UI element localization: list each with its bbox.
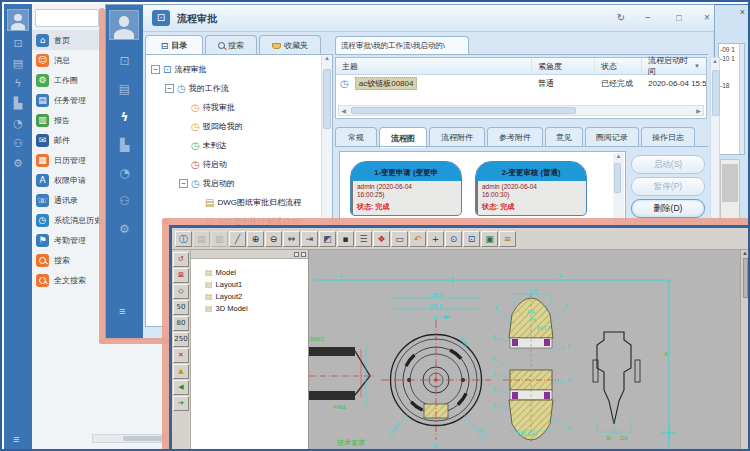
vertical-scrollbar[interactable] bbox=[720, 159, 740, 221]
tree-node-started-by-me[interactable]: ◷我启动的 bbox=[146, 174, 332, 193]
linetype-icon[interactable]: ☰ bbox=[355, 231, 372, 247]
people-icon[interactable]: ⚇ bbox=[4, 138, 32, 150]
rotate-window-icon[interactable]: ⊠ bbox=[173, 268, 189, 283]
flow-node-1[interactable]: 1-变更申请 (变更申 admin (2020-06-0416:00:25) 状… bbox=[350, 161, 462, 216]
prev-view-icon[interactable]: ◀ bbox=[173, 380, 189, 395]
pan-icon[interactable]: + bbox=[427, 231, 444, 247]
zoom-realtime-icon[interactable]: ⊙ bbox=[445, 231, 462, 247]
tree-node-rejected[interactable]: ◷驳回给我的 bbox=[146, 117, 332, 136]
gear-icon[interactable]: ⚙ bbox=[106, 223, 143, 236]
collapse-icon[interactable] bbox=[165, 84, 174, 93]
zoom-window-icon[interactable]: ⊡ bbox=[463, 231, 480, 247]
tab-favorites[interactable]: 收藏夹 bbox=[259, 35, 321, 55]
monitor-icon[interactable]: ⊡ bbox=[106, 55, 143, 68]
menu-toggle-icon[interactable]: ≡ bbox=[13, 433, 19, 445]
collapse-icon[interactable] bbox=[151, 65, 160, 74]
tree-node-to-start[interactable]: ◷待启动 bbox=[146, 155, 332, 174]
background-icon[interactable]: ▭ bbox=[391, 231, 408, 247]
tree-node-not-arrived[interactable]: ◷未到达 bbox=[146, 136, 332, 155]
panel-header[interactable] bbox=[191, 250, 308, 259]
monitor-icon[interactable]: ⊡ bbox=[4, 38, 32, 50]
pie-chart-icon[interactable]: ◔ bbox=[106, 167, 143, 180]
delete-button[interactable]: 删除(D) bbox=[631, 199, 705, 218]
pause-button[interactable]: 暂停(P) bbox=[631, 177, 705, 196]
bar-chart-icon[interactable]: ▙ bbox=[106, 139, 143, 152]
tab-reference-attachments[interactable]: 参考附件 bbox=[487, 127, 543, 147]
tab-opinions[interactable]: 意见 bbox=[545, 127, 583, 147]
layout-item-layout1[interactable]: ▤Layout1 bbox=[205, 278, 308, 290]
documents-icon[interactable]: ▤ bbox=[4, 58, 32, 70]
open-icon[interactable]: ▤ bbox=[193, 231, 210, 247]
sort-icon[interactable]: ▼ bbox=[694, 63, 700, 69]
close-view-icon[interactable]: ✕ bbox=[173, 348, 189, 363]
start-button[interactable]: 启动(S) bbox=[631, 155, 705, 174]
titlebar[interactable]: ⊡ 流程审批 ↻ − □ × bbox=[143, 5, 714, 32]
panel-minimize-icon[interactable] bbox=[294, 252, 299, 257]
table-header[interactable]: 主题 紧急度 状态 流程启动时间 ▼ bbox=[336, 58, 706, 75]
tab-review-records[interactable]: 圈阅记录 bbox=[585, 127, 639, 147]
info-icon[interactable]: ⓘ bbox=[175, 231, 192, 247]
vertical-scrollbar[interactable]: ▲ bbox=[740, 250, 749, 450]
window-d-list[interactable]: -09 1 -10 1 -18 bbox=[718, 43, 745, 155]
color-icon[interactable]: ❖ bbox=[373, 231, 390, 247]
tree-node-root[interactable]: ⊡流程审批 bbox=[146, 60, 332, 79]
tab-operation-log[interactable]: 操作日志 bbox=[641, 127, 695, 147]
zoom-in-icon[interactable]: ⊕ bbox=[247, 231, 264, 247]
avatar[interactable] bbox=[7, 9, 29, 31]
menu-search-input[interactable] bbox=[35, 9, 99, 27]
zoom-250-icon[interactable]: 250 bbox=[173, 332, 189, 347]
avatar[interactable] bbox=[109, 10, 139, 40]
line-chart-icon[interactable]: ϟ bbox=[106, 111, 143, 124]
image-icon[interactable]: ▣ bbox=[481, 231, 498, 247]
tree-node-pending-approval[interactable]: ◷待我审批 bbox=[146, 98, 332, 117]
flow-node-2[interactable]: 2-变更审核 (普通) admin (2020-06-0416:00:30) 状… bbox=[475, 161, 587, 216]
pie-chart-icon[interactable]: ◔ bbox=[4, 118, 32, 130]
gear-icon[interactable]: ⚙ bbox=[4, 158, 32, 170]
layer-view-icon[interactable]: ◩ bbox=[319, 231, 336, 247]
vertical-scrollbar[interactable] bbox=[739, 44, 744, 154]
horizontal-scrollbar[interactable]: ◀▶ bbox=[338, 105, 704, 116]
tab-general[interactable]: 常规 bbox=[335, 127, 377, 147]
tab-flow-attachments[interactable]: 流程附件 bbox=[429, 127, 485, 147]
line-chart-icon[interactable]: ϟ bbox=[4, 78, 32, 90]
tree-leaf-dwg-flow[interactable]: ▤DWG图纸审批归档流程 bbox=[146, 193, 332, 212]
line-icon[interactable]: ╱ bbox=[229, 231, 246, 247]
undo-view-icon[interactable]: ↶ bbox=[409, 231, 426, 247]
menu-toggle-icon[interactable]: ≡ bbox=[119, 305, 125, 317]
export-icon[interactable]: ➔ bbox=[173, 396, 189, 411]
point-icon[interactable]: ▪ bbox=[337, 231, 354, 247]
tab-flow-diagram[interactable]: 流程图 bbox=[379, 127, 427, 148]
tree-node-my-workflow[interactable]: ◷我的工作流 bbox=[146, 79, 332, 98]
bar-chart-icon[interactable]: ▙ bbox=[4, 98, 32, 110]
zoom-50-icon[interactable]: 50 bbox=[173, 300, 189, 315]
rotate-left-icon[interactable]: ↺ bbox=[173, 252, 189, 267]
pan-hand-icon[interactable]: ◇ bbox=[173, 284, 189, 299]
tab-search[interactable]: 搜索 bbox=[205, 35, 257, 55]
vertical-scrollbar[interactable]: ▲ bbox=[710, 57, 720, 221]
zoom-out-icon[interactable]: ⊖ bbox=[265, 231, 282, 247]
print-icon[interactable]: ▥ bbox=[211, 231, 228, 247]
layers-icon[interactable]: ≡ bbox=[499, 231, 516, 247]
zoom-width-icon[interactable]: ⇥ bbox=[301, 231, 318, 247]
collapse-icon[interactable] bbox=[179, 179, 188, 188]
minimize-icon[interactable]: − bbox=[638, 9, 658, 27]
refresh-icon[interactable]: ↻ bbox=[611, 9, 631, 27]
svg-text:Φ13.7: Φ13.7 bbox=[536, 325, 550, 331]
layout-item-3dmodel[interactable]: ▤3D Model bbox=[205, 302, 308, 314]
close-icon[interactable]: × bbox=[697, 9, 717, 27]
panel-close-icon[interactable] bbox=[301, 252, 306, 257]
clock-icon: ◷ bbox=[191, 102, 200, 113]
maximize-icon[interactable]: □ bbox=[669, 9, 689, 27]
cad-drawing-area[interactable]: 1 2 A 25±0.1 4-M16 bbox=[309, 250, 740, 450]
zoom-extents-icon[interactable]: ⇔ bbox=[283, 231, 300, 247]
tab-directory[interactable]: ⊟ 目录 bbox=[145, 35, 203, 55]
breadcrumb[interactable]: 流程审批\我的工作流\我启动的\ bbox=[335, 36, 469, 55]
warning-icon[interactable]: ▲ bbox=[173, 364, 189, 379]
table-row[interactable]: ◷ac铰链板00804 普通 已经完成 2020-06-04 15:5 bbox=[336, 75, 706, 92]
zoom-80-icon[interactable]: 80 bbox=[173, 316, 189, 331]
close-icon[interactable]: × bbox=[740, 7, 745, 17]
documents-icon[interactable]: ▤ bbox=[106, 83, 143, 96]
layout-item-model[interactable]: ▤Model bbox=[205, 266, 308, 278]
layout-item-layout2[interactable]: ▤Layout2 bbox=[205, 290, 308, 302]
people-icon[interactable]: ⚇ bbox=[106, 195, 143, 208]
